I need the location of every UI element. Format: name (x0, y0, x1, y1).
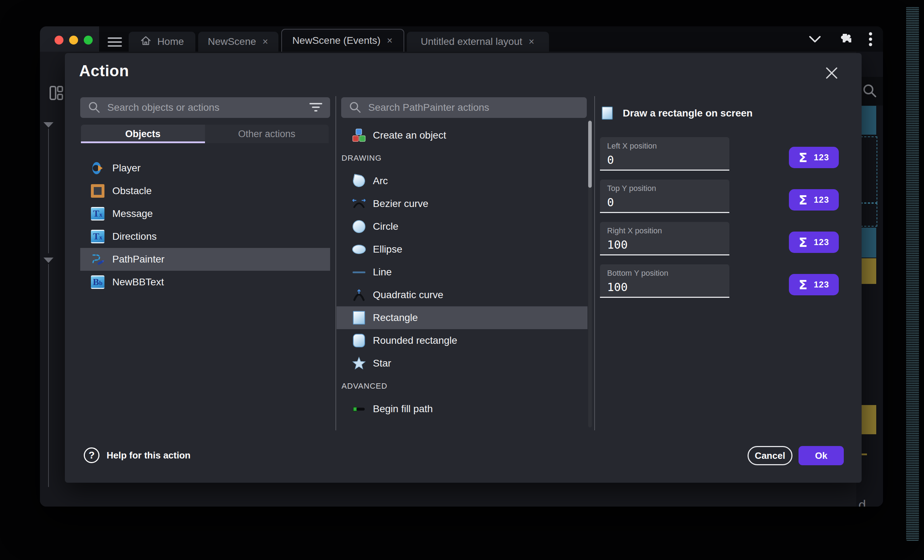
column-divider (336, 96, 336, 430)
action-label: Arc (373, 175, 388, 187)
objects-search-input[interactable] (107, 102, 302, 113)
object-row[interactable]: PathPainter (80, 248, 330, 271)
titlebar: HomeNewScene×NewScene (Events)×Untitled … (40, 26, 883, 52)
tab-home[interactable]: Home (129, 32, 195, 52)
scrollbar-thumb[interactable] (588, 121, 592, 188)
window-zoom-button[interactable] (84, 36, 93, 45)
kebab-menu-icon[interactable] (869, 32, 872, 46)
expression-editor-button[interactable]: Σ123 (789, 189, 839, 211)
text-object-icon: Tx (91, 230, 105, 243)
event-collapse-arrow[interactable] (44, 258, 54, 263)
section-header: ADVANCED (336, 375, 588, 398)
expression-editor-button[interactable]: Σ123 (789, 232, 839, 253)
action-row[interactable]: Circle (336, 215, 588, 238)
help-button[interactable]: ? Help for this action (84, 448, 190, 463)
action-label: Quadratic curve (373, 289, 444, 301)
tab-label: NewScene (Events) (292, 35, 380, 46)
search-icon[interactable] (862, 83, 877, 98)
action-row[interactable]: Create an object (336, 124, 588, 147)
event-block (861, 258, 876, 284)
field-value[interactable]: 0 (607, 196, 729, 209)
action-row[interactable]: Rounded rectangle (336, 329, 588, 352)
sigma-icon: Σ (798, 277, 807, 292)
window-minimize-button[interactable] (69, 36, 78, 45)
tab-other-actions[interactable]: Other actions (205, 125, 329, 143)
ok-button[interactable]: Ok (798, 446, 844, 465)
hamburger-menu-icon[interactable] (108, 37, 122, 47)
actions-search-input[interactable] (368, 102, 579, 113)
expression-editor-button[interactable]: Σ123 (789, 274, 839, 295)
tab-untitled-external-layout[interactable]: Untitled external layout× (407, 32, 549, 52)
object-row[interactable]: BbNewBBText (80, 271, 330, 293)
tab-objects[interactable]: Objects (81, 125, 205, 143)
sigma-icon: Σ (798, 235, 807, 250)
actions-search (341, 97, 587, 118)
action-label: Bezier curve (373, 198, 429, 210)
objects-list: PlayerObstacleTxMessageTxDirectionsPathP… (80, 157, 330, 293)
action-row[interactable]: Arc (336, 169, 588, 192)
scrollbar[interactable] (588, 120, 592, 427)
event-collapse-arrow[interactable] (44, 122, 54, 127)
parameter-field[interactable]: Bottom Y position100 (600, 264, 729, 298)
window-close-button[interactable] (54, 36, 63, 45)
extensions-puzzle-icon[interactable] (837, 32, 852, 46)
quadratic-curve-icon (352, 288, 366, 302)
section-label: DRAWING (342, 154, 382, 163)
parameter-field[interactable]: Top Y position0 (600, 180, 729, 213)
field-label: Left X position (607, 141, 729, 151)
action-row[interactable]: Rectangle (336, 306, 588, 329)
circle-icon (352, 220, 366, 233)
tab-close-icon[interactable]: × (386, 35, 393, 46)
tab-close-icon[interactable]: × (262, 36, 269, 47)
action-row[interactable] (336, 420, 588, 428)
objects-search (80, 97, 330, 118)
dialog-title: Action (79, 62, 129, 80)
filter-icon[interactable] (309, 103, 322, 112)
action-row[interactable]: Bezier curve (336, 192, 588, 215)
pathpainter-icon (91, 253, 105, 266)
object-row[interactable]: Player (80, 157, 330, 180)
tab-close-icon[interactable]: × (528, 36, 535, 47)
clipped-event-text: d... (858, 498, 880, 506)
object-label: Player (112, 162, 141, 174)
begin-fill-icon (352, 402, 366, 416)
parameter-field[interactable]: Left X position0 (600, 137, 729, 171)
field-label: Right X position (607, 226, 729, 235)
event-block (861, 228, 876, 258)
event-selection-outline (861, 136, 877, 203)
close-icon[interactable] (825, 67, 838, 79)
tab-label: Objects (125, 129, 160, 140)
object-row[interactable]: TxMessage (80, 202, 330, 225)
parameter-field[interactable]: Right X position100 (600, 222, 729, 255)
tab-newscene-events-[interactable]: NewScene (Events)× (281, 29, 404, 52)
action-row[interactable]: Ellipse (336, 238, 588, 261)
search-icon (349, 102, 361, 114)
expression-editor-button[interactable]: Σ123 (789, 147, 839, 168)
object-label: NewBBText (112, 276, 164, 288)
field-value[interactable]: 100 (607, 238, 729, 252)
field-value[interactable]: 100 (607, 280, 729, 294)
obstacle-icon (91, 184, 105, 198)
tab-label: Untitled external layout (421, 36, 522, 47)
sigma-icon: Σ (798, 193, 807, 207)
action-row[interactable]: Begin fill path (336, 398, 588, 420)
action-row[interactable]: Quadratic curve (336, 284, 588, 306)
cancel-button[interactable]: Cancel (747, 446, 792, 465)
event-block (861, 106, 876, 135)
action-label: Create an object (373, 130, 446, 141)
action-row[interactable]: Line (336, 261, 588, 284)
chevron-down-icon[interactable] (809, 35, 821, 43)
field-value[interactable]: 0 (607, 153, 729, 167)
panel-layout-icon[interactable] (50, 86, 63, 100)
bbtext-icon: Bb (91, 276, 105, 289)
home-icon (140, 35, 152, 49)
traffic-lights (40, 26, 99, 52)
numbers-label: 123 (814, 237, 829, 247)
object-row[interactable]: Obstacle (80, 180, 330, 202)
objects-tab-bar: ObjectsOther actions (81, 125, 328, 143)
object-row[interactable]: TxDirections (80, 225, 330, 248)
numbers-label: 123 (814, 280, 829, 290)
action-label: Line (373, 267, 392, 278)
tab-newscene[interactable]: NewScene× (198, 32, 278, 52)
action-row[interactable]: Star (336, 352, 588, 375)
